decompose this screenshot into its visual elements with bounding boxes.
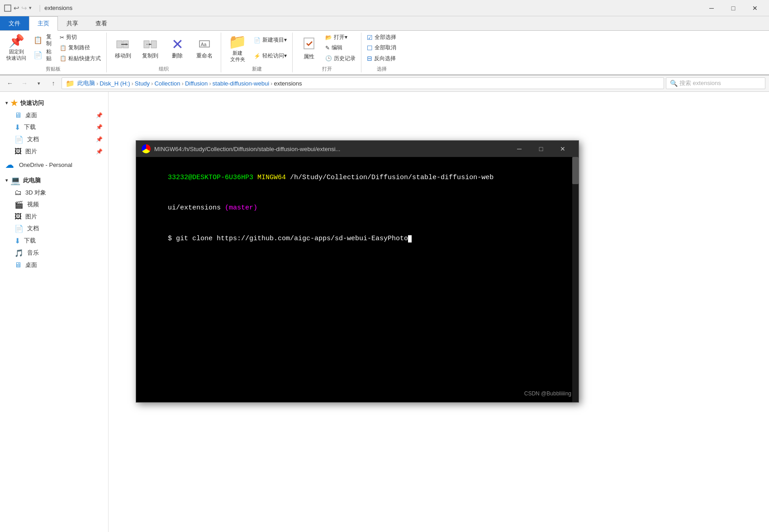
terminal-minimize-btn[interactable]: ─ <box>509 142 530 155</box>
maximize-btn[interactable]: □ <box>723 2 744 14</box>
terminal-scrollbar[interactable] <box>572 157 579 402</box>
copy-to-button[interactable]: 复制到 <box>138 33 163 63</box>
videos-icon: 🎬 <box>14 200 24 209</box>
address-path[interactable]: 📁 此电脑 › Disk_H (H:) › Study › Collection… <box>62 77 664 89</box>
search-icon: 🔍 <box>670 80 678 87</box>
clipboard-group: 📌 固定到快速访问 📋 复制 📄 粘贴 ✂ 剪切 <box>0 33 107 72</box>
sidebar-item-pictures[interactable]: 🖼 图片 📌 <box>0 146 108 157</box>
svg-rect-11 <box>304 38 314 49</box>
minimize-btn[interactable]: ─ <box>701 2 722 14</box>
path-segment-diskh[interactable]: Disk_H (H:) <box>100 80 130 87</box>
sidebar-item-downloads2[interactable]: ⬇ 下载 <box>0 235 108 247</box>
terminal-scrollbar-thumb[interactable] <box>572 157 579 184</box>
sidebar-item-documents[interactable]: 📄 文档 📌 <box>0 133 108 146</box>
redo-icon[interactable]: ↪ <box>21 4 27 12</box>
sidebar-item-documents2[interactable]: 📄 文档 <box>0 223 108 235</box>
clipboard-small-group: ✂ 剪切 📋 复制路径 📋 粘贴快捷方式 <box>58 33 103 63</box>
terminal-path1: /h/Study/Collection/Diffusion/stable-dif… <box>286 174 494 181</box>
copy-button[interactable]: 📋 复制 <box>31 33 56 48</box>
window-controls[interactable]: ─ □ ✕ <box>701 2 765 14</box>
terminal-path2: ui/extensions <box>168 204 221 212</box>
ribbon-content: 📌 固定到快速访问 📋 复制 📄 粘贴 ✂ 剪切 <box>0 31 769 75</box>
copy-path-button[interactable]: 📋 复制路径 <box>58 43 103 52</box>
tab-share[interactable]: 共享 <box>58 16 87 30</box>
sidebar-item-3d[interactable]: 🗂 3D 对象 <box>0 187 108 199</box>
terminal-mingw: MINGW64 <box>253 174 286 181</box>
onedrive-icon: ☁ <box>5 160 14 170</box>
forward-button[interactable]: → <box>18 77 31 90</box>
undo-icon[interactable]: ↩ <box>14 4 19 12</box>
sidebar-item-desktop2[interactable]: 🖥 桌面 <box>0 259 108 271</box>
select-label: 选择 <box>377 66 387 72</box>
clipboard-label: 剪贴板 <box>46 66 61 72</box>
sidebar-item-downloads[interactable]: ⬇ 下载 📌 <box>0 121 108 133</box>
new-item-button[interactable]: 📄 新建项目▾ <box>252 35 289 45</box>
move-to-icon <box>116 37 130 52</box>
tab-home[interactable]: 主页 <box>29 16 58 31</box>
path-segment-thispc[interactable]: 此电脑 <box>77 79 95 87</box>
onedrive-item[interactable]: ☁ OneDrive - Personal <box>0 157 108 173</box>
title-bar-quick-access[interactable]: ↩ ↪ ▾ <box>4 4 32 12</box>
open-button[interactable]: 📂 打开▾ <box>323 33 357 42</box>
easy-access-button[interactable]: ⚡ 轻松访问▾ <box>252 51 289 61</box>
select-all-icon: ☑ <box>367 34 373 41</box>
invert-selection-button[interactable]: ⊟ 反向选择 <box>365 54 398 63</box>
pin-quick-access-button[interactable]: 📌 固定到快速访问 <box>4 33 29 63</box>
thispc-header[interactable]: ▾ 💻 此电脑 <box>0 173 108 187</box>
rename-button[interactable]: Aa 重命名 <box>192 33 217 63</box>
search-placeholder: 搜索 extensions <box>679 79 721 87</box>
copy-to-label: 复制到 <box>142 52 158 59</box>
desktop-label: 桌面 <box>25 111 92 119</box>
new-folder-button[interactable]: 📁 新建文件夹 <box>225 33 250 65</box>
sidebar-item-pictures2[interactable]: 🖼 图片 <box>0 211 108 223</box>
pin-icon: 📌 <box>9 35 24 48</box>
edit-button[interactable]: ✎ 编辑 <box>323 43 357 52</box>
quick-access-chevron: ▾ <box>5 100 8 105</box>
terminal-window[interactable]: MINGW64:/h/Study/Collection/Diffusion/st… <box>136 140 579 403</box>
thispc-icon: 💻 <box>10 176 20 185</box>
sidebar-item-desktop[interactable]: 🖥 桌面 📌 <box>0 109 108 121</box>
desktop2-icon: 🖥 <box>14 261 22 269</box>
search-box[interactable]: 🔍 搜索 extensions <box>666 77 765 89</box>
paste-shortcut-button[interactable]: 📋 粘贴快捷方式 <box>58 54 103 63</box>
terminal-maximize-btn[interactable]: □ <box>531 142 551 155</box>
customize-icon[interactable]: ▾ <box>29 5 32 11</box>
tab-view[interactable]: 查看 <box>87 16 116 30</box>
pictures-pin: 📌 <box>96 148 103 155</box>
terminal-body[interactable]: 33232@DESKTOP-6U36HP3 MINGW64 /h/Study/C… <box>136 157 579 402</box>
path-segment-study[interactable]: Study <box>135 80 150 87</box>
terminal-close-btn[interactable]: ✕ <box>552 142 573 155</box>
select-none-button[interactable]: ☐ 全部取消 <box>365 43 398 52</box>
up-button[interactable]: ↑ <box>47 77 60 90</box>
delete-icon: ✕ <box>171 37 184 52</box>
paste-icon: 📄 <box>33 52 43 59</box>
select-all-button[interactable]: ☑ 全部选择 <box>365 33 398 42</box>
paste-button[interactable]: 📄 粘贴 <box>31 48 56 62</box>
sidebar-item-music[interactable]: 🎵 音乐 <box>0 247 108 259</box>
close-btn[interactable]: ✕ <box>745 2 765 14</box>
desktop-pin: 📌 <box>96 112 103 119</box>
invert-icon: ⊟ <box>367 55 372 62</box>
back-button[interactable]: ← <box>4 77 16 90</box>
path-segment-webui[interactable]: stable-diffusion-webui <box>213 80 270 87</box>
history-button[interactable]: 🕒 历史记录 <box>323 54 357 63</box>
properties-button[interactable]: 属性 <box>296 33 322 63</box>
delete-button[interactable]: ✕ 删除 <box>165 33 190 63</box>
path-segment-diffusion[interactable]: Diffusion <box>185 80 208 87</box>
path-segment-collection[interactable]: Collection <box>154 80 180 87</box>
quick-access-header[interactable]: ▾ ★ 快速访问 <box>0 95 108 109</box>
new-group: 📁 新建文件夹 📄 新建项目▾ ⚡ 轻松访问▾ 新建 <box>221 33 293 72</box>
recent-locations-button[interactable]: ▾ <box>33 77 45 90</box>
terminal-window-controls: ─ □ ✕ <box>509 142 573 155</box>
address-bar: ← → ▾ ↑ 📁 此电脑 › Disk_H (H:) › Study › Co… <box>0 76 769 92</box>
move-to-button[interactable]: 移动到 <box>110 33 136 63</box>
move-to-label: 移动到 <box>115 52 131 59</box>
ribbon-tabs: 文件 主页 共享 查看 <box>0 16 769 31</box>
sidebar-item-videos[interactable]: 🎬 视频 <box>0 199 108 211</box>
tab-file[interactable]: 文件 <box>0 16 29 30</box>
copy-label: 复制 <box>44 33 53 47</box>
properties-label: 属性 <box>304 53 314 60</box>
documents-pin: 📌 <box>96 136 103 142</box>
cut-button[interactable]: ✂ 剪切 <box>58 33 103 42</box>
paste-label: 粘贴 <box>44 48 53 62</box>
